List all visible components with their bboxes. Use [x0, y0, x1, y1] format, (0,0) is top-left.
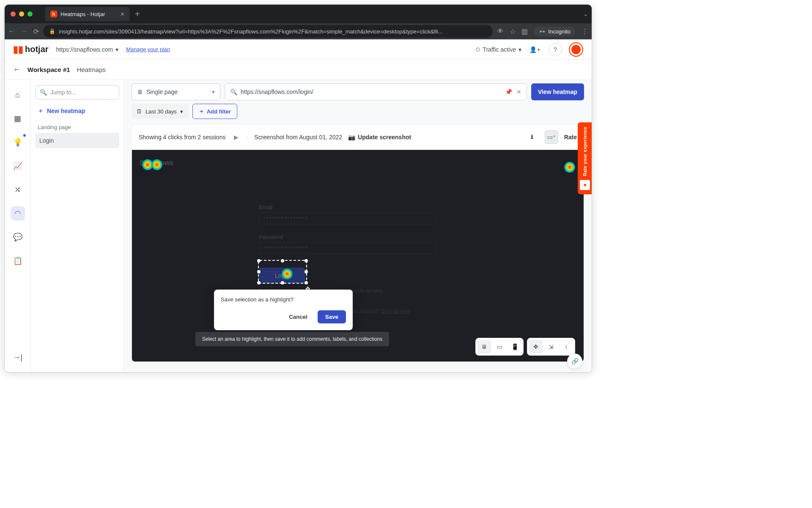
- breadcrumb-page: Heatmaps: [77, 66, 106, 73]
- reload-icon[interactable]: ⟳: [33, 28, 39, 36]
- sidebar-group-label: Landing page: [35, 120, 119, 133]
- summary-text: Showing 4 clicks from 2 sessions: [139, 134, 225, 141]
- save-button[interactable]: Save: [318, 310, 346, 323]
- sidebar-item-login[interactable]: Login: [35, 133, 119, 148]
- help-icon[interactable]: ?: [549, 43, 562, 56]
- rail-chart-icon[interactable]: 📈: [11, 159, 25, 173]
- browser-tab[interactable]: h Heatmaps - Hotjar ✕: [45, 7, 130, 21]
- link-fab[interactable]: 🔗: [567, 353, 582, 369]
- mobile-icon[interactable]: 📱: [508, 340, 521, 353]
- resize-handle[interactable]: [281, 259, 284, 262]
- click-heatmap-icon[interactable]: ✥: [529, 340, 543, 353]
- url-input[interactable]: 🔒 insights.hotjar.com/sites/3090413/heat…: [43, 25, 493, 38]
- resize-handle[interactable]: [257, 270, 261, 273]
- highlight-tool-icon[interactable]: ▭⁺: [545, 130, 558, 144]
- download-icon[interactable]: ⬇: [525, 130, 539, 144]
- pin-icon[interactable]: 📌: [505, 88, 512, 95]
- resize-handle[interactable]: [257, 259, 261, 262]
- hint-toast: Select an area to highlight, then save i…: [195, 332, 389, 346]
- sidebar: 🔍 Jump to... ＋ New heatmap Landing page …: [31, 80, 124, 372]
- incognito-label: Incognito: [548, 28, 571, 35]
- resize-handle[interactable]: [304, 270, 308, 273]
- app-header: ▮▮ hotjar https://snapflows.com ▾ Manage…: [5, 39, 592, 60]
- url-filter[interactable]: 🔍 https://snapflows.com/login/ 📌 ✕: [225, 83, 527, 100]
- resize-handle[interactable]: [281, 281, 284, 284]
- jump-search[interactable]: 🔍 Jump to...: [35, 85, 119, 99]
- link-icon: 🔗: [571, 358, 579, 364]
- clear-icon[interactable]: ✕: [516, 88, 521, 95]
- bookmark-star-icon[interactable]: ☆: [510, 28, 516, 36]
- page-mode-dropdown[interactable]: 🗎 Single page ▾: [132, 83, 220, 100]
- cancel-button[interactable]: Cancel: [283, 310, 313, 323]
- add-filter-button[interactable]: ＋ Add filter: [192, 104, 237, 119]
- move-heatmap-icon[interactable]: ⇲: [544, 340, 558, 353]
- screenshot-date: Screenshot from August 01, 2022: [254, 134, 342, 141]
- manage-plan-link[interactable]: Manage your plan: [126, 46, 170, 52]
- eye-off-icon[interactable]: 👁: [497, 28, 504, 35]
- new-heatmap-button[interactable]: ＋ New heatmap: [35, 102, 119, 120]
- rail-bulb-icon[interactable]: 💡: [11, 135, 25, 149]
- add-filter-label: Add filter: [207, 108, 231, 115]
- date-filter[interactable]: 🗓 Last 30 days ▾: [132, 104, 188, 119]
- file-icon: 🗎: [137, 88, 143, 95]
- heatmap-viewport[interactable]: Snapflows Email *************** Password…: [132, 150, 584, 362]
- viewport-toolbar: 🖥 ▭ 📱 ✥ ⇲ ↕: [475, 338, 575, 356]
- plus-icon: ＋: [38, 107, 44, 115]
- tablet-icon[interactable]: ▭: [493, 340, 506, 353]
- rail-clipboard-icon[interactable]: 📋: [11, 254, 25, 268]
- extensions-icon[interactable]: ▥: [521, 28, 528, 36]
- rail-collapse-icon[interactable]: →|: [11, 350, 25, 364]
- maximize-window-icon[interactable]: [27, 11, 33, 17]
- site-dropdown[interactable]: https://snapflows.com ▾: [56, 46, 119, 53]
- rail-home-icon[interactable]: ⌂: [11, 88, 25, 102]
- avatar[interactable]: [569, 42, 583, 57]
- browser-window: h Heatmaps - Hotjar ✕ + ⌄ ← → ⟳ 🔒 insigh…: [4, 4, 592, 373]
- rate-box-icon: ▾: [580, 180, 590, 190]
- nav-rail: ⌂ ▦ 💡 📈 ⤭ ◠ 💬 📋 →|: [5, 80, 31, 372]
- resize-handle[interactable]: [304, 281, 308, 284]
- traffic-label: Traffic active: [483, 46, 516, 53]
- rate-button[interactable]: Rate: [564, 134, 577, 141]
- scroll-heatmap-icon[interactable]: ↕: [560, 340, 573, 353]
- site-url: https://snapflows.com: [56, 46, 113, 53]
- update-screenshot-button[interactable]: 📷 Update screenshot: [348, 134, 411, 141]
- favicon-icon: h: [50, 11, 57, 17]
- logo-text: hotjar: [25, 44, 49, 54]
- new-tab-button[interactable]: +: [135, 9, 140, 19]
- rate-experience-widget[interactable]: Rate your experience ▾: [578, 122, 592, 194]
- nav-back-icon[interactable]: ←: [8, 28, 15, 35]
- nav-forward-icon: →: [21, 28, 27, 35]
- breadcrumb-workspace[interactable]: Workspace #1: [27, 66, 70, 73]
- tab-overflow-icon[interactable]: ⌄: [583, 11, 588, 17]
- url-text: insights.hotjar.com/sites/3090413/heatma…: [59, 28, 443, 35]
- play-icon[interactable]: ▶: [231, 133, 241, 142]
- invite-user-icon[interactable]: 👤+: [528, 43, 542, 56]
- heat-dot: [564, 162, 575, 173]
- selection-marquee[interactable]: [258, 260, 307, 284]
- close-tab-icon[interactable]: ✕: [120, 11, 125, 17]
- rail-funnel-icon[interactable]: ⤭: [11, 182, 25, 197]
- resize-handle[interactable]: [257, 281, 261, 284]
- desktop-icon[interactable]: 🖥: [477, 340, 491, 353]
- search-icon: 🔍: [230, 88, 237, 95]
- back-arrow-icon[interactable]: ←: [13, 65, 21, 74]
- traffic-status[interactable]: Traffic active ▾: [476, 46, 521, 53]
- rail-heatmap-icon[interactable]: ◠: [11, 206, 25, 221]
- sidebar-item-label: Login: [39, 137, 54, 144]
- resize-handle[interactable]: [304, 259, 308, 262]
- camera-icon: 📷: [348, 134, 355, 141]
- heat-dot: [151, 159, 162, 170]
- dark-overlay: [132, 150, 584, 362]
- card-header: Showing 4 clicks from 2 sessions ▶ · Scr…: [132, 124, 584, 150]
- rail-chat-icon[interactable]: 💬: [11, 230, 25, 244]
- chevron-down-icon: ▾: [115, 46, 118, 53]
- kebab-menu-icon[interactable]: ⋮: [582, 28, 588, 36]
- hotjar-logo[interactable]: ▮▮ hotjar: [13, 44, 49, 55]
- chevron-down-icon: ▾: [518, 46, 521, 53]
- new-heatmap-label: New heatmap: [47, 108, 85, 114]
- rail-grid-icon[interactable]: ▦: [11, 111, 25, 126]
- view-heatmap-button[interactable]: View heatmap: [531, 83, 584, 100]
- window-controls[interactable]: [11, 11, 33, 17]
- minimize-window-icon[interactable]: [19, 11, 24, 17]
- close-window-icon[interactable]: [11, 11, 16, 17]
